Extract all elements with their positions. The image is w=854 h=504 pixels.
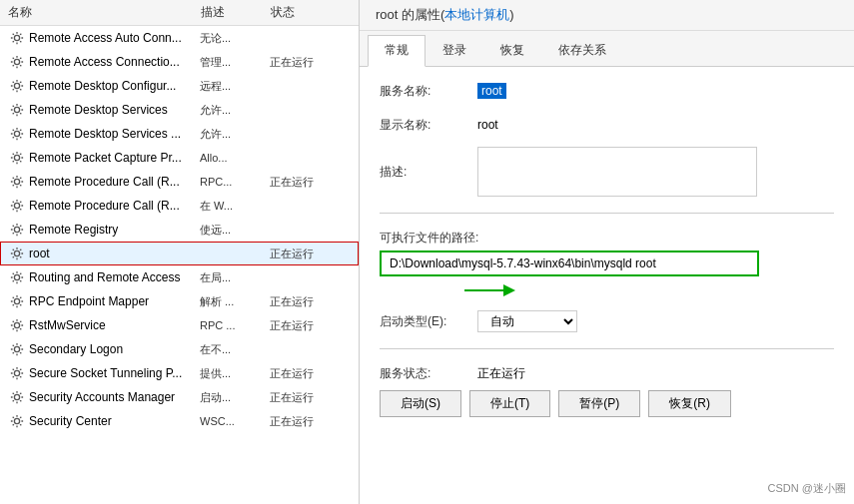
properties-panel: root 的属性(本地计算机) 常规登录恢复依存关系 服务名称: root 显示… xyxy=(360,0,854,504)
action-button-0[interactable]: 启动(S) xyxy=(380,390,461,417)
gear-icon xyxy=(9,389,25,405)
service-name-cell: Remote Desktop Configur... xyxy=(9,78,200,94)
service-name-text: Remote Packet Capture Pr... xyxy=(29,151,182,165)
service-desc-cell: 管理... xyxy=(200,55,270,70)
service-row[interactable]: Remote Access Connectio...管理...正在运行 xyxy=(0,50,359,74)
svg-point-15 xyxy=(14,394,19,399)
svg-point-12 xyxy=(14,322,19,327)
service-row[interactable]: Routing and Remote Access在局... xyxy=(0,265,359,289)
service-status-cell: 正在运行 xyxy=(270,414,350,429)
service-row[interactable]: Security Accounts Manager启动...正在运行 xyxy=(0,385,359,409)
service-name-text: Security Accounts Manager xyxy=(29,390,175,404)
service-name-cell: Security Center xyxy=(9,413,200,429)
svg-point-4 xyxy=(14,131,19,136)
service-name-text: Remote Desktop Services ... xyxy=(29,127,181,141)
col-name: 名称 xyxy=(8,4,201,21)
service-desc-cell: 远程... xyxy=(200,79,270,94)
exec-path-value: D:\Download\mysql-5.7.43-winx64\bin\mysq… xyxy=(390,256,656,270)
service-row[interactable]: Remote Desktop Services ...允许... xyxy=(0,122,359,146)
service-name-text: Remote Access Auto Conn... xyxy=(29,31,182,45)
action-button-3[interactable]: 恢复(R) xyxy=(648,390,731,417)
col-desc: 描述 xyxy=(201,4,271,21)
service-name-text: Remote Procedure Call (R... xyxy=(29,175,180,189)
gear-icon xyxy=(9,54,25,70)
service-name-cell: Security Accounts Manager xyxy=(9,389,200,405)
desc-row: 描述: xyxy=(380,147,834,197)
service-name-cell: Routing and Remote Access xyxy=(9,269,200,285)
arrow-icon xyxy=(459,280,519,300)
action-button-1[interactable]: 停止(T) xyxy=(469,390,550,417)
service-name-text: Routing and Remote Access xyxy=(29,270,180,284)
tab-依存关系[interactable]: 依存关系 xyxy=(541,35,623,66)
service-row[interactable]: Secure Socket Tunneling P...提供...正在运行 xyxy=(0,361,359,385)
service-row[interactable]: Secondary Logon在不... xyxy=(0,337,359,361)
list-header: 名称 描述 状态 xyxy=(0,0,359,26)
service-status-cell: 正在运行 xyxy=(270,294,350,309)
service-desc-cell: RPC ... xyxy=(200,319,270,331)
service-row[interactable]: Remote Procedure Call (R...在 W... xyxy=(0,194,359,218)
service-name-text: Remote Access Connectio... xyxy=(29,55,180,69)
service-row[interactable]: Remote Procedure Call (R...RPC...正在运行 xyxy=(0,170,359,194)
service-name-text: Remote Desktop Services xyxy=(29,103,168,117)
startup-type-select[interactable]: 自动 手动 禁用 xyxy=(477,310,577,332)
gear-icon xyxy=(9,222,25,238)
service-status-cell: 正在运行 xyxy=(270,390,350,405)
service-row[interactable]: Remote Desktop Services允许... xyxy=(0,98,359,122)
service-row[interactable]: RPC Endpoint Mapper解析 ...正在运行 xyxy=(0,289,359,313)
gear-icon xyxy=(9,174,25,190)
exec-path-section: 可执行文件的路径: D:\Download\mysql-5.7.43-winx6… xyxy=(380,230,834,300)
service-name-label: 服务名称: xyxy=(380,83,469,100)
service-name-text: RstMwService xyxy=(29,318,106,332)
service-status-cell: 正在运行 xyxy=(270,55,350,70)
startup-row: 启动类型(E): 自动 手动 禁用 xyxy=(380,310,834,332)
display-name-label: 显示名称: xyxy=(380,117,469,134)
action-button-2[interactable]: 暂停(P) xyxy=(558,390,640,417)
svg-point-14 xyxy=(14,370,19,375)
svg-point-9 xyxy=(14,251,19,255)
desc-box[interactable] xyxy=(477,147,757,197)
startup-type-label: 启动类型(E): xyxy=(380,313,469,330)
service-name-cell: RstMwService xyxy=(9,317,200,333)
tab-常规[interactable]: 常规 xyxy=(368,35,426,67)
service-name-text: RPC Endpoint Mapper xyxy=(29,294,149,308)
tab-登录[interactable]: 登录 xyxy=(426,35,483,66)
gear-icon xyxy=(9,293,25,309)
service-row[interactable]: Remote Desktop Configur...远程... xyxy=(0,74,359,98)
gear-icon xyxy=(9,102,25,118)
tab-bar: 常规登录恢复依存关系 xyxy=(360,31,854,67)
service-desc-cell: 启动... xyxy=(200,390,270,405)
svg-point-7 xyxy=(14,203,19,208)
service-row[interactable]: Security CenterWSC...正在运行 xyxy=(0,409,359,433)
service-name-text: Remote Procedure Call (R... xyxy=(29,199,180,213)
service-name-row: 服务名称: root xyxy=(380,79,834,103)
exec-path-box: D:\Download\mysql-5.7.43-winx64\bin\mysq… xyxy=(380,251,759,276)
display-name-row: 显示名称: root xyxy=(380,113,834,137)
service-desc-cell: 使远... xyxy=(200,223,270,238)
service-status-cell: 正在运行 xyxy=(270,247,350,261)
gear-icon xyxy=(9,30,25,46)
service-name-cell: Remote Registry xyxy=(9,222,200,238)
props-content: 服务名称: root 显示名称: root 描述: 可执行文件的路径: D:\D… xyxy=(360,67,854,504)
status-row: 服务状态: 正在运行 xyxy=(380,365,834,382)
svg-point-8 xyxy=(14,227,19,232)
service-desc-cell: 无论... xyxy=(200,31,270,46)
service-name-text: Security Center xyxy=(29,414,112,428)
title-highlight: 本地计算机 xyxy=(444,7,509,22)
service-name-cell: root xyxy=(9,246,200,261)
service-row[interactable]: root正在运行 xyxy=(0,242,359,265)
svg-point-6 xyxy=(14,179,19,184)
arrow-indicator xyxy=(459,280,834,300)
service-status-cell: 正在运行 xyxy=(270,175,350,190)
services-list[interactable]: Remote Access Auto Conn...无论... Remote A… xyxy=(0,26,359,504)
tab-恢复[interactable]: 恢复 xyxy=(483,35,541,66)
exec-path-label: 可执行文件的路径: xyxy=(380,230,834,247)
service-row[interactable]: Remote Registry使远... xyxy=(0,218,359,242)
service-name-cell: Remote Desktop Services xyxy=(9,102,200,118)
service-row[interactable]: Remote Packet Capture Pr...Allo... xyxy=(0,146,359,170)
service-row[interactable]: RstMwServiceRPC ...正在运行 xyxy=(0,313,359,337)
service-name-cell: Remote Procedure Call (R... xyxy=(9,174,200,190)
service-row[interactable]: Remote Access Auto Conn...无论... xyxy=(0,26,359,50)
service-status-cell: 正在运行 xyxy=(270,366,350,381)
service-desc-cell: 允许... xyxy=(200,103,270,118)
gear-icon xyxy=(9,365,25,381)
